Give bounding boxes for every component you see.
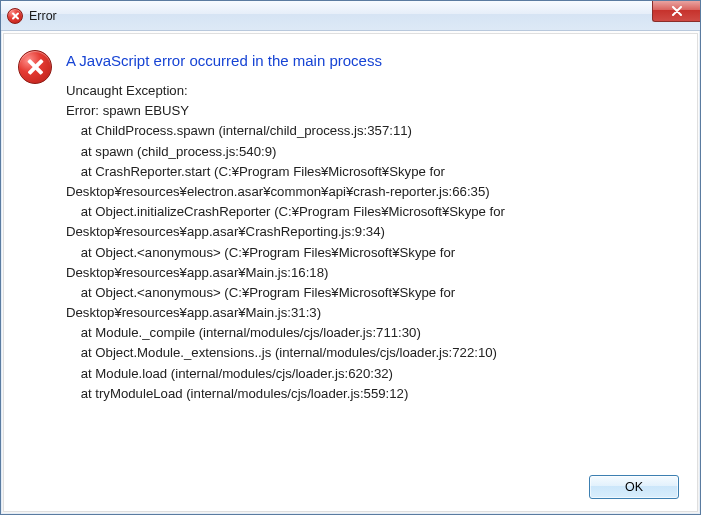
dialog-client-area: A JavaScript error occurred in the main …: [3, 33, 698, 512]
error-dialog-window: Error A JavaScript error occurred in the…: [0, 0, 701, 515]
message-column: A JavaScript error occurred in the main …: [66, 48, 679, 465]
button-row: OK: [18, 465, 679, 499]
ok-button[interactable]: OK: [589, 475, 679, 499]
error-icon: [18, 50, 52, 84]
close-icon: [671, 6, 683, 16]
titlebar: Error: [1, 1, 700, 31]
dialog-headline: A JavaScript error occurred in the main …: [66, 52, 679, 69]
dialog-content: A JavaScript error occurred in the main …: [18, 48, 679, 465]
dialog-body-text: Uncaught Exception: Error: spawn EBUSY a…: [66, 81, 679, 404]
error-icon: [7, 8, 23, 24]
window-title: Error: [29, 9, 57, 23]
close-button[interactable]: [652, 1, 700, 22]
